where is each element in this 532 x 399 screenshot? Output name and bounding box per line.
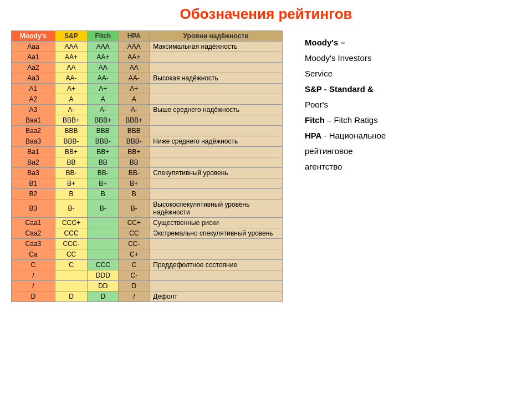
cell-moodys: Ca [12,249,55,260]
table-row: B1B+B+B+ [12,178,283,189]
cell-levels [150,147,283,157]
cell-sp: BBB [55,126,88,136]
col-header-sp: S&P [55,31,88,42]
cell-nra: AA [119,63,150,73]
table-row: Ba2BBBBBB [12,157,283,168]
cell-sp: AA- [55,73,88,84]
cell-levels: Ниже среднего надёжность [150,136,283,147]
cell-nra: B- [119,200,150,218]
cell-nra: / [119,291,150,302]
cell-levels: Выше среднего надёжность [150,105,283,115]
cell-moodys: Baa1 [12,115,55,126]
table-row: Caa2CCCCCЭкстремально спекулятивный уров… [12,228,283,239]
cell-levels [150,126,283,136]
table-row: /DDDC- [12,270,283,281]
col-header-fitch: Fitch [88,31,119,42]
cell-fitch [88,239,119,249]
cell-fitch: AA- [88,73,119,84]
cell-nra: AA- [119,73,150,84]
cell-moodys: B1 [12,178,55,189]
cell-levels: Существенные риски [150,218,283,228]
table-row: A1A+A+A+ [12,84,283,94]
cell-moodys: Caa1 [12,218,55,228]
page-title: Обозначения рейтингов [180,6,352,23]
cell-nra: A- [119,105,150,115]
table-row: Caa3CCC-CC- [12,239,283,249]
cell-nra: C- [119,270,150,281]
cell-sp: B- [55,200,88,218]
cell-moodys: / [12,270,55,281]
cell-nra: BB [119,157,150,168]
cell-fitch: A- [88,105,119,115]
cell-nra: A [119,94,150,105]
cell-sp: D [55,291,88,302]
cell-moodys: A3 [12,105,55,115]
cell-sp: B [55,189,88,200]
table-row: A3A-A-A-Выше среднего надёжность [12,105,283,115]
cell-fitch: AA [88,63,119,73]
cell-levels [150,157,283,168]
table-row: Aa2AAAAAA [12,63,283,73]
cell-moodys: Ba1 [12,147,55,157]
cell-fitch: CCC [88,260,119,270]
cell-moodys: Ba2 [12,157,55,168]
legend-line3: Service [305,67,521,80]
cell-moodys: Caa3 [12,239,55,249]
cell-fitch: BBB [88,126,119,136]
cell-levels: Дефолт [150,291,283,302]
cell-moodys: Aa2 [12,63,55,73]
legend-line8: рейтинговое [305,145,521,158]
table-row: B3B-B-B-Высокоспекулятивный уровень надё… [12,200,283,218]
cell-fitch: BBB+ [88,115,119,126]
content-area: Moody's S&P Fitch НРА Уровни надёжности … [11,30,521,302]
cell-moodys: Caa2 [12,228,55,239]
legend-line5: Poor's [305,98,521,111]
cell-fitch: D [88,291,119,302]
table-row: Baa2BBBBBBBBB [12,126,283,136]
cell-fitch: DDD [88,270,119,281]
cell-levels [150,249,283,260]
cell-fitch: B+ [88,178,119,189]
cell-moodys: Aaa [12,42,55,52]
cell-nra: D [119,281,150,291]
cell-nra: B [119,189,150,200]
cell-sp: A+ [55,84,88,94]
cell-fitch: B [88,189,119,200]
cell-sp [55,270,88,281]
cell-levels [150,239,283,249]
cell-fitch: BB [88,157,119,168]
cell-levels [150,281,283,291]
cell-moodys: A2 [12,94,55,105]
legend-line2: Moody's Investors [305,52,521,65]
cell-fitch [88,249,119,260]
cell-moodys: / [12,281,55,291]
cell-levels [150,189,283,200]
table-row: Caa1CCC+CC+Существенные риски [12,218,283,228]
cell-nra: BBB+ [119,115,150,126]
table-row: CaCCC+ [12,249,283,260]
cell-levels [150,52,283,63]
cell-sp: A [55,94,88,105]
cell-moodys: Baa3 [12,136,55,147]
cell-levels: Спекулятивный уровень [150,168,283,178]
cell-sp: BB [55,157,88,168]
cell-levels [150,63,283,73]
cell-nra: CC [119,228,150,239]
cell-sp: BBB- [55,136,88,147]
cell-nra: B+ [119,178,150,189]
cell-levels [150,94,283,105]
cell-sp: BB+ [55,147,88,157]
cell-levels [150,178,283,189]
cell-fitch: BB- [88,168,119,178]
table-row: Aa1AA+AA+AA+ [12,52,283,63]
table-row: CCCCCCПреддефолтное состояние [12,260,283,270]
cell-nra: A+ [119,84,150,94]
cell-nra: AAA [119,42,150,52]
legend-line1: Moody's – [305,36,521,49]
cell-moodys: A1 [12,84,55,94]
col-header-levels: Уровни надёжности [150,31,283,42]
cell-sp: CCC [55,228,88,239]
cell-nra: CC+ [119,218,150,228]
cell-moodys: Aa3 [12,73,55,84]
cell-fitch: AA+ [88,52,119,63]
